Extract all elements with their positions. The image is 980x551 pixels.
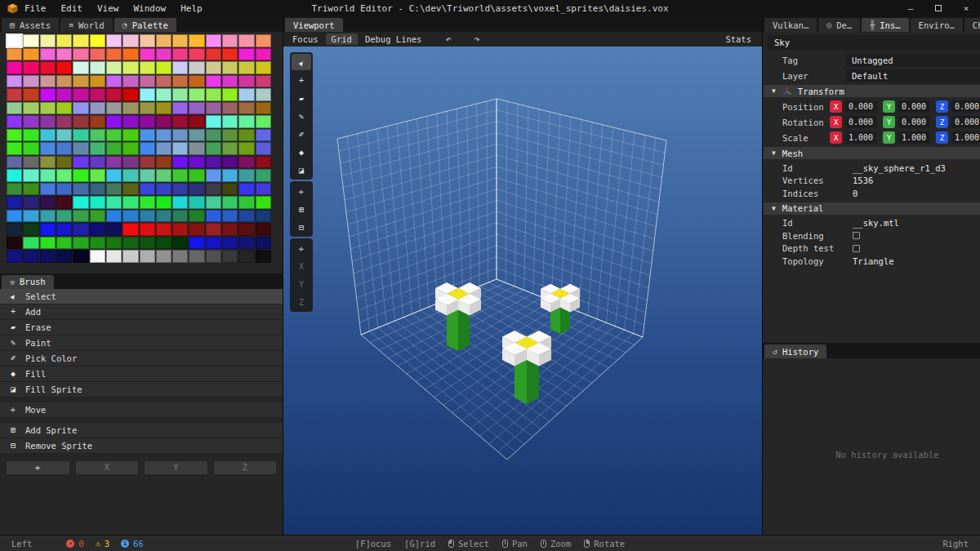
palette-color-144[interactable] [7,156,22,169]
palette-color-188[interactable] [206,183,221,196]
viewport-button-debug-lines[interactable]: Debug Lines [359,33,428,45]
palette-color-76[interactable] [206,88,221,101]
palette-color-235[interactable] [189,223,204,236]
palette-color-180[interactable] [73,183,88,196]
palette-color-205[interactable] [222,196,238,209]
palette-color-251[interactable] [189,237,204,250]
palette-color-123[interactable] [189,129,204,142]
palette-color-160[interactable] [7,169,22,182]
palette-color-232[interactable] [140,223,155,236]
palette-color-202[interactable] [172,196,188,209]
palette-color-194[interactable] [40,196,56,209]
palette-color-131[interactable] [56,142,72,155]
palette-color-120[interactable] [140,129,155,142]
tool-select[interactable]: ▶Select [0,289,283,304]
tool-fill-sprite[interactable]: ◪Fill Sprite [0,382,283,398]
palette-color-108[interactable] [206,115,221,128]
palette-color-118[interactable] [106,129,122,142]
palette-color-241[interactable] [23,237,38,250]
palette-color-48[interactable] [7,75,22,88]
palette-color-88[interactable] [140,102,155,115]
palette-color-233[interactable] [156,223,172,236]
palette-color-103[interactable] [122,115,138,128]
scale-x-value[interactable]: 1.000 [845,131,877,144]
palette-color-181[interactable] [90,183,105,196]
palette-color-191[interactable] [256,183,271,196]
palette-color-240[interactable] [7,237,22,250]
palette-color-97[interactable] [23,115,38,128]
palette-color-83[interactable] [56,102,72,115]
palette-color-146[interactable] [40,156,56,169]
palette-color-116[interactable] [73,129,88,142]
palette-color-98[interactable] [40,115,56,128]
side-tool-eyedropper[interactable]: ✐ [292,126,311,142]
palette-color-80[interactable] [7,102,22,115]
position-z-value[interactable]: 0.000 [951,100,980,113]
scale-y-value[interactable]: 1.000 [898,131,930,144]
palette-color-16[interactable] [7,48,22,61]
palette-color-170[interactable] [172,169,188,182]
palette-color-44[interactable] [206,61,221,74]
palette-color-55[interactable] [122,75,138,88]
palette-color-178[interactable] [40,183,56,196]
palette-color-37[interactable] [90,61,105,74]
palette-color-246[interactable] [106,237,122,250]
palette-color-135[interactable] [122,142,138,155]
palette-color-177[interactable] [23,183,38,196]
palette-color-42[interactable] [172,61,188,74]
material-blending-checkbox[interactable] [853,232,860,239]
palette-color-62[interactable] [238,75,254,88]
palette-color-3[interactable] [56,34,72,47]
palette-color-229[interactable] [90,223,105,236]
palette-color-166[interactable] [106,169,122,182]
palette-color-252[interactable] [206,237,221,250]
palette-color-200[interactable] [140,196,155,209]
palette-color-243[interactable] [56,237,72,250]
maximize-button[interactable] [924,0,952,16]
palette-color-143[interactable] [256,142,271,155]
palette-color-112[interactable] [7,129,22,142]
palette-color-228[interactable] [73,223,88,236]
palette-color-96[interactable] [7,115,22,128]
palette-color-207[interactable] [256,196,271,209]
scale-z-value[interactable]: 1.000 [951,131,980,144]
palette-color-145[interactable] [23,156,38,169]
redo-icon[interactable]: ↷ [470,33,485,45]
palette-color-94[interactable] [238,102,254,115]
palette-color-161[interactable] [23,169,38,182]
palette-color-209[interactable] [23,210,38,223]
palette-color-46[interactable] [238,61,254,74]
palette-color-226[interactable] [40,223,56,236]
palette-color-84[interactable] [73,102,88,115]
side-axis-move[interactable]: ✛ [292,240,311,256]
axis-button-x[interactable]: X [76,461,139,474]
tool-add-sprite[interactable]: ⊞Add Sprite [0,423,283,438]
palette-color-262[interactable] [106,250,122,263]
palette-color-154[interactable] [172,156,188,169]
palette-color-54[interactable] [106,75,122,88]
tool-erase[interactable]: ▰Erase [0,320,283,335]
palette-color-227[interactable] [56,223,72,236]
palette-color-74[interactable] [172,88,188,101]
palette-color-35[interactable] [56,61,72,74]
palette-color-158[interactable] [238,156,254,169]
palette-color-28[interactable] [206,48,221,61]
palette-color-117[interactable] [90,129,105,142]
palette-color-58[interactable] [172,75,188,88]
palette-color-100[interactable] [73,115,88,128]
side-tool-erase[interactable]: ▰ [292,90,311,106]
palette-color-197[interactable] [90,196,105,209]
menu-file[interactable]: File [24,3,47,14]
palette-color-153[interactable] [156,156,172,169]
palette-color-204[interactable] [206,196,221,209]
side-axis-y[interactable]: Y [292,276,311,292]
palette-color-234[interactable] [172,223,188,236]
palette-color-110[interactable] [238,115,254,128]
palette-color-214[interactable] [106,210,122,223]
palette-color-198[interactable] [106,196,122,209]
side-tool-square-minus[interactable]: ⊟ [292,219,311,235]
palette-color-6[interactable] [106,34,122,47]
palette-color-49[interactable] [23,75,38,88]
tool-fill[interactable]: ◆Fill [0,367,283,382]
palette-color-21[interactable] [90,48,105,61]
